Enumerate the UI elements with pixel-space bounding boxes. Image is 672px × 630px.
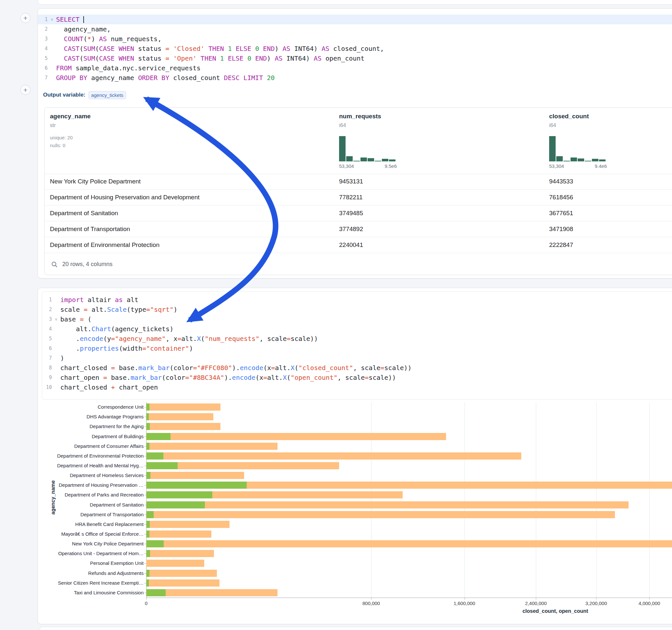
bar-open xyxy=(146,462,178,469)
code-text: SELECT xyxy=(56,15,84,24)
code-line: 10chart_closed + chart_open xyxy=(42,382,672,392)
code-text: CAST(SUM(CASE WHEN status = 'Open' THEN … xyxy=(56,53,364,63)
fold-spacer xyxy=(52,373,60,382)
histogram-bar xyxy=(549,136,556,162)
sql-cell: 1vSELECT 2 agency_name,3 COUNT(*) AS num… xyxy=(38,8,672,278)
code-line: 7GROUP BY agency_name ORDER BY closed_co… xyxy=(38,73,672,83)
bar-closed xyxy=(146,531,211,538)
histogram-bar xyxy=(578,159,584,162)
fold-caret-icon[interactable]: v xyxy=(52,314,60,324)
output-variable-chip[interactable]: agency_tickets xyxy=(89,91,126,99)
histogram-bar xyxy=(375,161,381,162)
code-line: 8chart_closed = base.mark_bar(color="#FF… xyxy=(42,363,672,373)
column-name: closed_count xyxy=(549,113,589,120)
histogram-bar xyxy=(346,156,353,162)
y-category-label: Personal Exemption Unit xyxy=(38,560,144,566)
bar-closed xyxy=(146,433,446,440)
fold-spacer xyxy=(52,363,60,373)
code-text: GROUP BY agency_name ORDER BY closed_cou… xyxy=(56,73,274,83)
bar-open xyxy=(146,482,247,489)
text-cursor xyxy=(83,16,84,23)
table-cell: 3774892 xyxy=(339,225,363,233)
code-line: 4 alt.Chart(agency_tickets) xyxy=(42,324,672,334)
table-row[interactable]: Department of Environmental Protection22… xyxy=(45,237,672,253)
y-category-label: Department of Health and Mental Hyg… xyxy=(38,463,144,468)
code-line: 9chart_open = base.mark_bar(color="#8BC3… xyxy=(42,373,672,382)
gridline xyxy=(371,402,371,598)
y-category-label: Department of Consumer Affairs xyxy=(38,443,144,449)
code-line: 7) xyxy=(42,353,672,363)
table-row[interactable]: Department of Housing Preservation and D… xyxy=(45,190,672,205)
line-number: 3 xyxy=(42,314,52,324)
bar-open xyxy=(146,501,205,508)
code-line: 3vbase = ( xyxy=(42,314,672,324)
line-number: 10 xyxy=(42,382,52,392)
line-number: 2 xyxy=(42,305,52,314)
y-category-label: Operations Unit - Department of Hom… xyxy=(38,551,144,556)
bar-open xyxy=(146,550,150,557)
y-category-label: Taxi and Limousine Commission xyxy=(38,590,144,595)
table-cell: Department of Sanitation xyxy=(50,210,118,217)
table-row[interactable]: Department of Transportation377489234719… xyxy=(45,221,672,237)
code-line: 5 CAST(SUM(CASE WHEN status = 'Open' THE… xyxy=(38,53,672,63)
fold-caret-icon[interactable]: v xyxy=(48,15,56,24)
fold-spacer xyxy=(48,63,56,73)
bar-open xyxy=(146,540,164,547)
code-text: CAST(SUM(CASE WHEN status = 'Closed' THE… xyxy=(56,44,384,53)
histogram-bar xyxy=(368,158,374,162)
y-category-label: Senior Citizen Rent Increase Exempti… xyxy=(38,580,144,586)
column-meta: unique: 20 xyxy=(50,135,73,140)
bar-closed xyxy=(146,560,204,567)
code-text: alt.Chart(agency_tickets) xyxy=(60,324,173,334)
fold-spacer xyxy=(52,343,60,353)
add-cell-button[interactable]: + xyxy=(20,13,30,23)
bar-open xyxy=(146,570,149,577)
line-number: 2 xyxy=(38,24,48,34)
code-line: 1import altair as alt xyxy=(42,295,672,305)
bar-open xyxy=(146,413,149,420)
gridline xyxy=(596,402,597,598)
histogram-bar xyxy=(382,159,388,162)
table-cell: 3749485 xyxy=(339,210,363,217)
code-line: 2scale = alt.Scale(type="sqrt") xyxy=(42,305,672,314)
fold-spacer xyxy=(52,382,60,392)
fold-spacer xyxy=(52,334,60,343)
line-number: 7 xyxy=(42,353,52,363)
y-category-label: DHS Advantage Programs xyxy=(38,414,144,419)
table-row[interactable]: New York City Police Department945313194… xyxy=(45,174,672,190)
bar-closed xyxy=(146,589,278,596)
histogram-bar xyxy=(556,156,563,162)
code-line: 6FROM sample_data.nyc.service_requests xyxy=(38,63,672,73)
table-body: New York City Police Department945313194… xyxy=(45,174,672,253)
histogram-bar xyxy=(592,159,598,162)
code-text: scale = alt.Scale(type="sqrt") xyxy=(60,305,177,314)
python-editor[interactable]: 1import altair as alt2scale = alt.Scale(… xyxy=(42,291,672,399)
column-name: num_requests xyxy=(339,113,381,120)
table-cell: 2222847 xyxy=(549,241,573,248)
fold-spacer xyxy=(52,305,60,314)
table-cell: 7782211 xyxy=(339,194,363,201)
y-category-label: Department of Environmental Protection xyxy=(38,453,144,459)
search-icon[interactable] xyxy=(51,261,58,268)
add-cell-button[interactable]: + xyxy=(20,85,30,95)
code-line: 5 .encode(y="agency_name", x=alt.X("num_… xyxy=(42,334,672,343)
table-row[interactable]: Department of Sanitation37494853677651 xyxy=(45,205,672,221)
code-text: import altair as alt xyxy=(60,295,138,305)
code-line: 4 CAST(SUM(CASE WHEN status = 'Closed' T… xyxy=(38,44,672,53)
sql-editor[interactable]: 1vSELECT 2 agency_name,3 COUNT(*) AS num… xyxy=(38,15,672,83)
bar-open xyxy=(146,589,166,596)
row-count-label: 20 rows, 4 columns xyxy=(62,261,113,268)
y-category-label: HRA Benefit Card Replacement xyxy=(38,522,144,527)
y-axis-title: agency_name xyxy=(50,480,56,515)
previous-cell-edge xyxy=(38,0,672,4)
x-tick-label: 2,400,000 xyxy=(525,601,547,606)
code-text: .encode(y="agency_name", x=alt.X("num_re… xyxy=(60,334,318,343)
column-type: i64 xyxy=(549,122,556,128)
fold-spacer xyxy=(48,34,56,44)
code-text: chart_open = base.mark_bar(color="#8BC34… xyxy=(60,373,396,382)
line-number: 4 xyxy=(38,44,48,53)
gridline xyxy=(649,402,650,598)
table-header: agency_namestrunique: 20nulls: 0num_requ… xyxy=(45,107,672,174)
bar-open xyxy=(146,423,150,430)
table-cell: Department of Housing Preservation and D… xyxy=(50,194,200,201)
